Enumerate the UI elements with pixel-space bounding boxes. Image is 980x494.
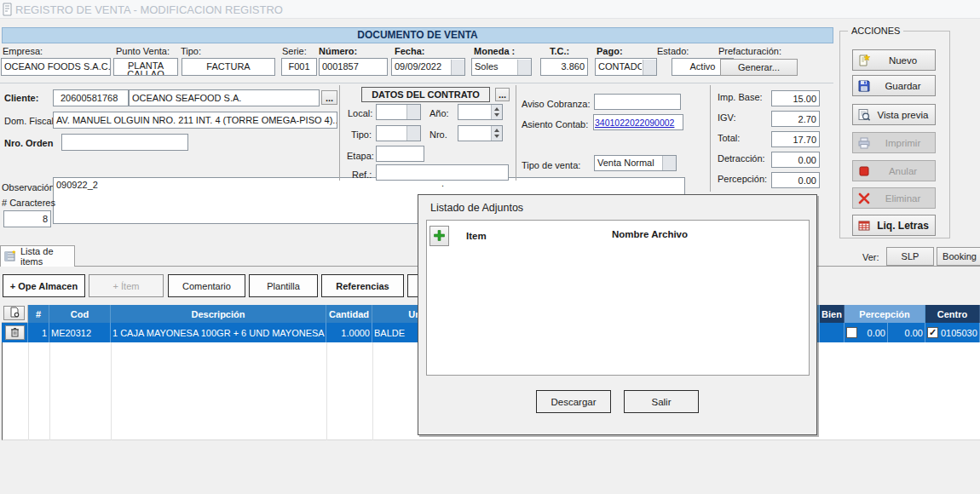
local-combobox[interactable] (376, 104, 421, 120)
column-header-cod[interactable]: Cod (49, 305, 111, 323)
chevron-down-icon[interactable] (451, 60, 464, 75)
tab-label: Lista de items (20, 246, 74, 267)
ref-field[interactable] (376, 164, 509, 181)
new-row-button[interactable] (3, 306, 25, 320)
save-icon (857, 79, 871, 93)
column-header-percepcion[interactable]: Percepción (845, 305, 925, 323)
row-cell-centro[interactable]: ✓ 0105030 (925, 323, 980, 342)
chevron-down-icon[interactable] (517, 60, 531, 75)
detraccion-field[interactable]: 0.00 (771, 152, 820, 168)
imprimir-button[interactable]: Imprimir (852, 132, 936, 153)
percepcion-label: Percepción: (718, 174, 767, 184)
contrato-browse-button[interactable]: ... (495, 88, 510, 101)
column-header-descripcion[interactable]: Descripción (111, 305, 326, 323)
fecha-combobox[interactable]: 09/09/2022 (391, 58, 465, 76)
nro-orden-field[interactable] (61, 134, 188, 151)
empresa-label: Empresa: (3, 46, 43, 56)
column-header-num[interactable]: # (28, 305, 49, 323)
ope-almacen-button[interactable]: + Ope Almacen (3, 274, 85, 297)
punto-venta-label: Punto Venta: (116, 46, 170, 56)
eliminar-button[interactable]: Eliminar (852, 187, 936, 209)
row-cell-num[interactable]: 1 (28, 323, 49, 342)
cliente-ruc-field[interactable]: 20600581768 (53, 89, 129, 106)
nuevo-button[interactable]: Nuevo (852, 49, 936, 71)
estado-label: Estado: (657, 46, 689, 56)
moneda-combobox[interactable]: Soles (471, 58, 532, 76)
salir-button[interactable]: Salir (624, 390, 699, 413)
row-cell-cod[interactable]: ME20312 (49, 323, 111, 342)
spinner-arrows-icon[interactable] (491, 126, 502, 141)
nro-label: Nro. (429, 129, 447, 140)
numero-field[interactable]: 0001857 (319, 58, 388, 76)
anular-button[interactable]: Anular (852, 160, 936, 181)
ver-booking-button[interactable]: Booking (937, 247, 980, 266)
cliente-nombre-field[interactable]: OCEANO SEAFOOD S.A. (129, 89, 320, 106)
serie-field[interactable]: F001 (281, 58, 317, 76)
cliente-label: Cliente: (4, 93, 38, 103)
imp-base-field[interactable]: 15.00 (771, 90, 820, 106)
delete-row-button[interactable] (5, 325, 25, 340)
row-cell-descripcion[interactable]: 1 CAJA MAYONESA 100GR + 6 UND MAYONESA 1 (111, 323, 326, 342)
divider (516, 85, 516, 181)
row-cell-percepcion-2[interactable]: 0.00 (888, 323, 925, 342)
chevron-down-icon[interactable] (662, 156, 676, 170)
spinner-arrows-icon[interactable] (491, 105, 502, 119)
asiento-contab-label: Asiento Contab: (522, 119, 588, 129)
add-item-button[interactable]: + Ítem (89, 274, 164, 297)
column-header-centro[interactable]: Centro (925, 305, 980, 323)
contrato-tipo-combobox[interactable] (376, 125, 421, 141)
prefacturacion-label: Prefacturación: (718, 46, 781, 56)
percepcion-field[interactable]: 0.00 (771, 172, 820, 188)
row-cell-percepcion-1[interactable]: 0.00 (845, 323, 888, 342)
chevron-down-icon[interactable] (643, 60, 656, 75)
pago-combobox[interactable]: CONTADO (595, 58, 657, 76)
dom-fiscal-field[interactable]: AV. MANUEL OLGUIN NRO. 211 INT. 4 (TORRE… (53, 112, 337, 129)
row-selector-cell[interactable] (2, 323, 28, 342)
ano-spinner[interactable] (458, 104, 503, 120)
tc-label: T.C.: (550, 46, 569, 56)
asiento-contab-link[interactable]: 3401022022090002 (595, 118, 674, 128)
comentario-button[interactable]: Comentario (168, 274, 245, 297)
empresa-field[interactable]: OCEANO FOODS S.A.C. (1, 58, 111, 76)
adjuntos-col-item: Item (466, 231, 487, 241)
punto-venta-field[interactable]: PLANTA CALLAO (113, 58, 178, 76)
aviso-cobranza-field[interactable] (594, 94, 681, 110)
moneda-label: Moneda : (474, 46, 515, 56)
plantilla-button[interactable]: Plantilla (249, 274, 318, 297)
dom-fiscal-label: Dom. Fiscal: (4, 116, 56, 126)
document-banner: DOCUMENTO DE VENTA (2, 27, 833, 43)
print-preview-icon (857, 108, 871, 122)
cliente-browse-button[interactable]: ... (321, 90, 337, 105)
column-header-cantidad[interactable]: Cantidad (326, 305, 372, 323)
tipo-venta-combobox[interactable]: Venta Normal (594, 155, 677, 171)
referencias-button[interactable]: Referencias (321, 274, 404, 297)
nro-spinner[interactable] (458, 125, 503, 141)
column-header-bien[interactable]: Bien (820, 305, 845, 323)
generar-button[interactable]: Generar... (720, 59, 798, 76)
row-cell-cantidad[interactable]: 1.0000 (326, 323, 372, 342)
tipo-field[interactable]: FACTURA (182, 58, 275, 76)
guardar-button[interactable]: Guardar (852, 75, 936, 96)
local-label: Local: (348, 108, 372, 118)
ver-slp-button[interactable]: SLP (886, 247, 934, 266)
tab-lista-de-items[interactable]: Lista de items (0, 245, 75, 267)
tc-field[interactable]: 3.860 (540, 58, 588, 76)
chevron-down-icon[interactable] (406, 126, 420, 141)
etapa-field[interactable] (376, 146, 424, 162)
contrato-tipo-label: Tipo: (351, 129, 372, 140)
vista-previa-button[interactable]: Vista previa (852, 104, 936, 125)
acciones-title: ACCIONES (848, 26, 903, 36)
centro-checkbox[interactable]: ✓ (927, 327, 938, 338)
bien-checkbox[interactable] (846, 327, 857, 338)
total-field[interactable]: 17.70 (771, 131, 820, 147)
adjuntos-list[interactable]: Item Nombre Archivo (426, 220, 810, 376)
add-adjunto-button[interactable] (429, 226, 449, 246)
igv-field[interactable]: 2.70 (771, 111, 820, 127)
tipo-label: Tipo: (181, 46, 201, 56)
row-cell-bien[interactable] (820, 323, 845, 342)
nro-orden-label: Nro. Orden (4, 138, 53, 148)
liq-letras-button[interactable]: Liq. Letras (852, 215, 936, 236)
asiento-contab-box: 3401022022090002 (593, 114, 683, 130)
descargar-button[interactable]: Descargar (536, 390, 611, 413)
chevron-down-icon[interactable] (406, 105, 420, 119)
